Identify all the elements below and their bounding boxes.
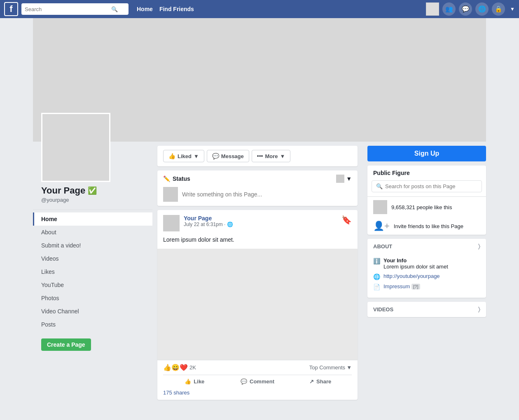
reaction-icons-group: 👍😄❤️ 2K [163,364,196,371]
your-info-content: Your Info Lorem ipsum dolor sit amet [383,257,448,270]
your-info-label: Your Info [383,257,448,264]
thumbs-up-icon: 👍 [168,153,175,159]
globe-icon: 🌐 [227,222,233,227]
search-posts-box[interactable]: 🔍 [372,180,482,192]
sidebar-item-likes[interactable]: Likes [33,265,152,278]
page-nav-menu: Home About Submit a video! Videos Likes … [33,210,152,334]
sidebar-item-videos[interactable]: Videos [33,252,152,265]
post-actions-bar: 👍 Like 💬 Comment ↗ Share [163,375,352,388]
website-row: 🌐 http://youtube/yourpage [373,273,480,280]
post-body-text: Lorem ipsum dolor sit amet. [157,234,358,245]
top-comments-dropdown-arrow: ▼ [346,364,352,371]
post-share-icon: ↗ [309,378,314,385]
nav-links: Home Find Friends [137,6,194,12]
search-icon: 🔍 [111,6,118,12]
sidebar-item-photos[interactable]: Photos [33,292,152,305]
right-sidebar: Sign Up Public Figure 🔍 9,658,321 people… [362,142,486,408]
post-timestamp: July 22 at 6:31pm · 🌐 [184,222,352,227]
shares-count[interactable]: 175 shares [157,388,358,400]
post-author-name[interactable]: Your Page [184,215,352,222]
profile-picture [41,113,110,182]
status-header: ✏️ Status ▼ [163,175,352,183]
notifications-icon[interactable]: 🌐 [475,2,489,16]
action-bar: 👍 Liked ▼ 💬 Message ••• More ▼ [157,146,358,166]
top-comments-button[interactable]: Top Comments ▼ [309,364,352,371]
account-dropdown-arrow[interactable]: ▼ [510,6,515,12]
status-label: Status [173,175,190,182]
liked-label: Liked [178,153,192,159]
sidebar-item-submit-video[interactable]: Submit a video! [33,239,152,252]
about-section-body: ℹ️ Your Info Lorem ipsum dolor sit amet … [367,254,486,298]
more-dropdown-arrow: ▼ [280,153,285,159]
likes-avatar [373,200,387,214]
content-area: Your Page ✅ @yourpage Home About Submit … [33,142,486,408]
status-options-square [336,175,344,183]
status-box: ✏️ Status ▼ [157,170,358,206]
your-info-row: ℹ️ Your Info Lorem ipsum dolor sit amet [373,257,480,270]
message-button[interactable]: 💬 Message [207,150,249,162]
impressum-badge: [?] [411,284,420,289]
impressum-link[interactable]: Impressum [383,283,410,289]
videos-card: VIDEOS 〉 [367,302,486,317]
status-input-row [163,187,352,202]
invite-row[interactable]: 👤+ Invite friends to like this Page [367,217,486,235]
global-search-bar[interactable]: 🔍 [21,3,129,15]
main-feed: 👍 Liked ▼ 💬 Message ••• More ▼ [152,142,362,408]
messages-icon[interactable]: 💬 [459,2,472,16]
sidebar-item-home[interactable]: Home [33,212,152,226]
find-friends-nav-link[interactable]: Find Friends [159,6,194,12]
impressum-icon: 📄 [373,284,380,290]
global-search-input[interactable] [25,6,111,12]
search-posts-icon: 🔍 [376,183,383,189]
sidebar-item-posts[interactable]: Posts [33,318,152,331]
top-navigation: f 🔍 Home Find Friends 👥 💬 🌐 🔒 ▼ [0,0,519,18]
more-button[interactable]: ••• More ▼ [252,150,291,162]
invite-label: Invite friends to like this Page [394,223,463,229]
message-icon: 💬 [212,153,219,159]
home-nav-link[interactable]: Home [137,6,153,12]
status-dropdown-arrow[interactable]: ▼ [346,175,352,182]
message-label: Message [221,153,244,159]
bookmark-icon[interactable]: 🔖 [341,215,352,225]
status-input-field[interactable] [182,189,352,200]
more-label: More [265,153,278,159]
like-emoji: 👍😄❤️ [163,364,188,371]
post-like-icon: 👍 [185,378,191,385]
website-link[interactable]: http://youtube/yourpage [383,273,440,279]
post-comment-icon: 💬 [241,378,247,385]
friends-requests-icon[interactable]: 👥 [442,2,456,16]
post-card: Your Page July 22 at 6:31pm · 🌐 🔖 Lorem … [157,210,358,400]
public-figure-card: Public Figure 🔍 9,658,321 people like th… [367,166,486,235]
ellipsis-icon: ••• [257,153,263,159]
settings-icon[interactable]: 🔒 [492,2,505,16]
page-name-text: Your Page [41,185,85,196]
post-like-button[interactable]: 👍 Like [163,375,226,388]
info-icon: ℹ️ [373,258,380,264]
post-author-avatar [163,215,180,231]
post-share-button[interactable]: ↗ Share [289,375,352,388]
sidebar-item-about[interactable]: About [33,226,152,239]
create-page-button[interactable]: Create a Page [41,338,91,351]
about-section-header[interactable]: ABOUT 〉 [367,239,486,254]
verified-badge-icon: ✅ [88,186,97,195]
likes-count-text: 9,658,321 people like this [391,204,452,210]
liked-dropdown-arrow: ▼ [194,153,199,159]
public-figure-label: Public Figure [367,166,486,180]
page-wrapper: Your Page ✅ @yourpage Home About Submit … [0,18,519,408]
user-avatar-square [426,2,439,16]
liked-button[interactable]: 👍 Liked ▼ [163,150,204,162]
videos-chevron-icon: 〉 [478,306,480,313]
post-header: Your Page July 22 at 6:31pm · 🌐 🔖 [157,210,358,234]
post-meta: Your Page July 22 at 6:31pm · 🌐 [184,215,352,227]
about-card: ABOUT 〉 ℹ️ Your Info Lorem ipsum dolor s… [367,239,486,298]
videos-label: VIDEOS [373,306,393,313]
videos-section-header[interactable]: VIDEOS 〉 [367,302,486,317]
signup-button[interactable]: Sign Up [367,146,486,161]
page-name-area: Your Page ✅ @yourpage [33,182,152,210]
search-posts-input[interactable] [385,183,477,189]
globe-about-icon: 🌐 [373,273,380,280]
post-comment-button[interactable]: 💬 Comment [226,375,289,388]
sidebar-item-youtube[interactable]: YouTube [33,278,152,292]
about-label: ABOUT [373,243,392,250]
sidebar-item-video-channel[interactable]: Video Channel [33,305,152,318]
